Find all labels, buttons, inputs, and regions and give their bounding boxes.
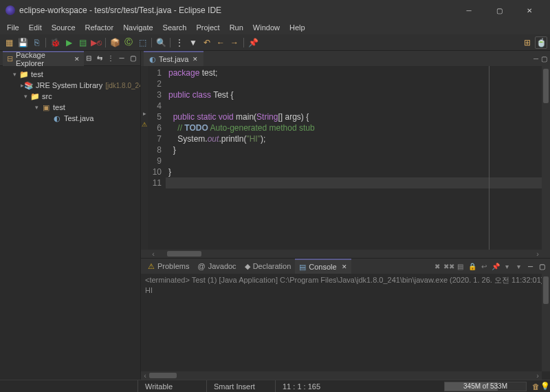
- window-title: eclipse-workspace - test/src/test/Test.j…: [19, 6, 454, 15]
- remove-launch-icon[interactable]: ✖: [432, 261, 442, 272]
- print-margin: [489, 66, 490, 250]
- last-edit-icon[interactable]: ↶: [201, 36, 213, 49]
- close-window-button[interactable]: ✕: [514, 0, 544, 21]
- cu-icon: ◐: [52, 113, 62, 123]
- run-icon[interactable]: ▶: [63, 36, 75, 49]
- menu-edit[interactable]: Edit: [25, 22, 46, 33]
- menu-window[interactable]: Window: [249, 22, 284, 33]
- new-class-icon[interactable]: Ⓒ: [122, 36, 135, 49]
- pin-console-icon[interactable]: 📌: [490, 261, 500, 272]
- menu-run[interactable]: Run: [226, 22, 248, 33]
- save-all-icon[interactable]: ⎘: [30, 36, 43, 49]
- bottom-maximize-icon[interactable]: ▢: [537, 261, 547, 272]
- package-explorer-tree[interactable]: ▾📁test▸📚JRE System Library[jdk1.8.0_241]…: [0, 66, 140, 380]
- close-view-icon[interactable]: ✕: [74, 56, 80, 63]
- display-console-icon[interactable]: ▾: [502, 261, 512, 272]
- jre-version: [jdk1.8.0_241]: [105, 82, 140, 89]
- maximize-button[interactable]: ▢: [484, 0, 514, 21]
- code-text[interactable]: package test;public class Test { public …: [166, 66, 550, 250]
- tree-item-test-java[interactable]: ◐Test.java: [1, 113, 139, 124]
- twisty-icon[interactable]: ▾: [32, 104, 41, 111]
- horizontal-scrollbar[interactable]: ‹›: [141, 250, 550, 258]
- line-gutter: 1234567891011: [148, 66, 166, 250]
- javadoc-icon: @: [197, 262, 205, 270]
- jre-icon: 📚: [24, 80, 34, 90]
- tab-declaration[interactable]: ◆Declaration: [241, 259, 296, 274]
- toggle-breadcrumb-icon[interactable]: ⋮: [173, 36, 186, 49]
- package-explorer-label: Package Explorer: [16, 51, 69, 67]
- caret-line-highlight: [166, 177, 550, 188]
- tab-label: Problems: [157, 262, 189, 270]
- editor-minimize-icon[interactable]: ─: [534, 55, 538, 63]
- tree-item-src[interactable]: ▾📁src: [1, 91, 139, 102]
- coverage-icon[interactable]: ▤: [76, 36, 89, 49]
- menu-file[interactable]: File: [3, 22, 23, 33]
- bottom-minimize-icon[interactable]: ─: [525, 261, 536, 272]
- open-type-icon[interactable]: ⬚: [136, 36, 148, 49]
- twisty-icon[interactable]: ▾: [21, 93, 30, 100]
- console-process-label: <terminated> Test (1) [Java Application]…: [145, 275, 546, 285]
- tab-javadoc[interactable]: @Javadoc: [193, 259, 240, 274]
- close-tab-icon[interactable]: ✕: [192, 56, 198, 63]
- tab-problems[interactable]: ⚠Problems: [144, 259, 193, 274]
- menu-bar: FileEditSourceRefactorNavigateSearchProj…: [0, 21, 550, 34]
- view-menu-icon[interactable]: ⋮: [106, 54, 116, 63]
- word-wrap-icon[interactable]: ↩: [478, 261, 489, 272]
- main-toolbar: ▦ 💾 ⎘ 🐞 ▶ ▤ ▶⎋ 📦 Ⓒ ⬚ 🔍 ⋮ ▼ ↶ ← → 📌 ⊞ 🍵: [0, 34, 550, 51]
- collapse-all-icon[interactable]: ⊟: [84, 54, 94, 63]
- minimize-view-icon[interactable]: ─: [117, 54, 126, 63]
- status-bar: Writable Smart Insert 11 : 1 : 165 345M …: [0, 380, 550, 392]
- save-icon[interactable]: 💾: [16, 36, 29, 49]
- editor-maximize-icon[interactable]: ▢: [541, 55, 547, 63]
- minimize-button[interactable]: ─: [454, 0, 484, 21]
- maximize-view-icon[interactable]: ▢: [128, 54, 138, 63]
- vertical-scrollbar[interactable]: [542, 66, 550, 250]
- back-icon[interactable]: ←: [214, 36, 227, 49]
- console-v-scrollbar[interactable]: [542, 274, 550, 371]
- menu-help[interactable]: Help: [285, 22, 309, 33]
- package-explorer-icon: ⊟: [7, 54, 13, 63]
- twisty-icon[interactable]: ▾: [10, 71, 19, 78]
- menu-search[interactable]: Search: [159, 22, 191, 33]
- scroll-lock-icon[interactable]: 🔒: [467, 261, 477, 272]
- tab-console[interactable]: ▤Console✕: [295, 259, 351, 274]
- open-perspective-icon[interactable]: ⊞: [521, 36, 534, 49]
- tree-label: Test.java: [64, 114, 94, 122]
- tree-item-jre-system-library[interactable]: ▸📚JRE System Library[jdk1.8.0_241]: [1, 80, 139, 91]
- tree-label: src: [42, 92, 52, 100]
- menu-refactor[interactable]: Refactor: [81, 22, 118, 33]
- tree-item-test[interactable]: ▾▣test: [1, 102, 139, 113]
- heap-text: 345M of 533M: [445, 382, 526, 390]
- editor-tab-test-java[interactable]: ◐ Test.java ✕: [144, 51, 204, 66]
- close-tab-icon[interactable]: ✕: [342, 263, 347, 270]
- toggle-mark-icon[interactable]: ▼: [187, 36, 199, 49]
- gc-icon[interactable]: 🗑: [531, 382, 540, 391]
- open-console-icon[interactable]: ▾: [514, 261, 524, 272]
- java-perspective-icon[interactable]: 🍵: [535, 36, 547, 49]
- tip-icon[interactable]: 💡: [540, 382, 550, 391]
- heap-status[interactable]: 345M of 533M: [444, 382, 527, 391]
- package-explorer-view: ⊟ Package Explorer ✕ ⊟ ⇆ ⋮ ─ ▢ ▾📁test▸📚J…: [0, 51, 141, 380]
- tab-label: Declaration: [253, 262, 292, 270]
- console-h-scrollbar[interactable]: ‹›: [141, 371, 542, 380]
- run-external-icon[interactable]: ▶⎋: [90, 36, 102, 49]
- menu-project[interactable]: Project: [192, 22, 223, 33]
- status-insert-mode: Smart Insert: [206, 380, 275, 392]
- package-explorer-tab[interactable]: ⊟ Package Explorer ✕: [3, 51, 84, 66]
- remove-all-icon[interactable]: ✖✖: [443, 261, 454, 272]
- editor-tab-label: Test.java: [159, 55, 188, 63]
- code-editor[interactable]: ▸⚠ 1234567891011 package test;public cla…: [141, 66, 550, 250]
- menu-source[interactable]: Source: [47, 22, 80, 33]
- forward-icon[interactable]: →: [228, 36, 241, 49]
- status-writable: Writable: [138, 380, 206, 392]
- console-view[interactable]: <terminated> Test (1) [Java Application]…: [141, 274, 550, 380]
- search-icon[interactable]: 🔍: [155, 36, 167, 49]
- debug-icon[interactable]: 🐞: [49, 36, 61, 49]
- link-editor-icon[interactable]: ⇆: [95, 54, 104, 63]
- tree-item-test[interactable]: ▾📁test: [1, 69, 139, 80]
- new-icon[interactable]: ▦: [3, 36, 15, 49]
- new-package-icon[interactable]: 📦: [109, 36, 121, 49]
- menu-navigate[interactable]: Navigate: [119, 22, 157, 33]
- pin-editor-icon[interactable]: 📌: [247, 36, 259, 49]
- clear-console-icon[interactable]: ▤: [455, 261, 465, 272]
